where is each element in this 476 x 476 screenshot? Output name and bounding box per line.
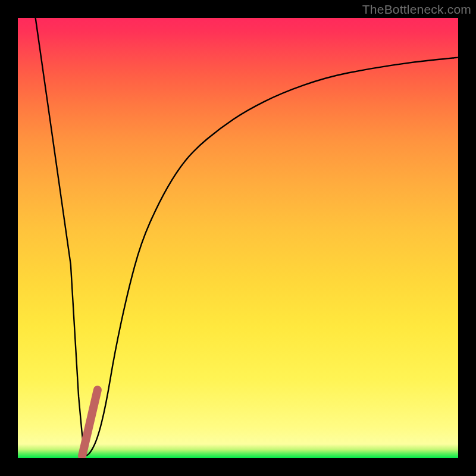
watermark-text: TheBottleneck.com bbox=[362, 2, 471, 17]
chart-svg bbox=[18, 18, 458, 458]
plot-area bbox=[18, 18, 458, 458]
notch-segment bbox=[82, 390, 98, 456]
chart-frame: TheBottleneck.com bbox=[0, 0, 476, 476]
